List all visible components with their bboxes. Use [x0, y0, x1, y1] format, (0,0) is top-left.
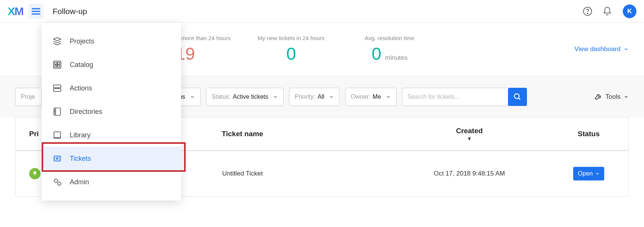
priority-badge — [29, 168, 41, 179]
stat-label: Avg. resolution time — [365, 35, 414, 41]
filter-value: All — [317, 93, 324, 100]
tools-label: Tools — [605, 93, 621, 101]
catalog-icon — [52, 60, 62, 70]
menu-label: Admin — [70, 178, 89, 186]
svg-rect-8 — [55, 62, 57, 64]
status-label: Open — [578, 170, 592, 177]
svg-point-16 — [55, 110, 55, 110]
stat-value: 0 — [286, 44, 296, 64]
column-status[interactable]: Status — [549, 130, 628, 138]
bell-icon — [602, 6, 612, 16]
directories-icon — [52, 107, 62, 117]
chevron-down-icon — [595, 171, 600, 176]
svg-rect-9 — [58, 62, 59, 64]
svg-point-4 — [587, 13, 588, 14]
menu-label: Catalog — [70, 61, 93, 69]
owner-filter[interactable]: Owner: Me — [345, 88, 397, 106]
column-created[interactable]: Created ▼ — [390, 127, 549, 141]
hamburger-icon — [31, 8, 41, 15]
avatar[interactable]: K — [623, 5, 636, 18]
view-dashboard-label: View dashboard — [574, 45, 621, 53]
svg-point-17 — [55, 111, 55, 112]
status-filter[interactable]: Status: Active tickets — [206, 88, 284, 106]
sort-desc-icon: ▼ — [467, 136, 472, 141]
search-button[interactable] — [508, 88, 527, 106]
search-wrap — [402, 88, 527, 106]
menu-item-directories[interactable]: Directories — [42, 100, 181, 123]
chevron-down-icon — [624, 47, 629, 52]
svg-rect-10 — [55, 65, 57, 67]
filter-label: Owner: — [351, 93, 370, 100]
svg-rect-12 — [53, 85, 61, 88]
menu-label: Tickets — [70, 155, 91, 163]
tools-button[interactable]: Tools — [594, 93, 629, 101]
column-created-label: Created — [456, 127, 483, 135]
logo[interactable]: XM — [8, 5, 23, 18]
menu-item-projects[interactable]: Projects — [42, 30, 181, 53]
filter-value: Active tickets — [233, 93, 268, 100]
notifications-button[interactable] — [600, 4, 614, 19]
svg-rect-11 — [58, 65, 59, 67]
hamburger-menu-button[interactable] — [28, 4, 44, 19]
menu-item-actions[interactable]: Actions — [42, 76, 181, 100]
filter-label: Proje — [21, 93, 35, 100]
svg-rect-13 — [53, 89, 61, 92]
status-button[interactable]: Open — [573, 167, 604, 180]
admin-icon — [52, 177, 62, 187]
library-icon — [52, 130, 62, 140]
stat-label: My new tickets in 24 hours — [258, 35, 325, 41]
projects-icon — [52, 36, 62, 46]
chevron-down-icon — [273, 94, 278, 100]
wrench-icon — [594, 93, 602, 101]
svg-point-18 — [55, 113, 55, 114]
filter-label: Priority: — [295, 93, 315, 100]
chevron-down-icon — [329, 94, 334, 100]
svg-point-22 — [54, 179, 58, 182]
ticket-created: Oct 17, 2018 9:48:15 AM — [390, 170, 549, 177]
bell-icon — [32, 171, 38, 177]
topbar: XM Follow-up K — [0, 0, 644, 23]
filter-value: Me — [373, 93, 381, 100]
priority-filter[interactable]: Priority: All — [289, 88, 340, 106]
filter-label: Status: — [212, 93, 231, 100]
stat-new-24h: My new tickets in 24 hours 0 — [253, 35, 329, 64]
project-filter[interactable]: Proje — [15, 88, 42, 106]
menu-label: Library — [70, 131, 91, 139]
svg-point-23 — [58, 182, 61, 185]
stat-value: 0 — [372, 44, 381, 64]
menu-item-admin[interactable]: Admin — [42, 170, 181, 194]
menu-item-library[interactable]: Library — [42, 123, 181, 147]
search-input[interactable] — [402, 88, 508, 106]
search-icon — [513, 93, 522, 101]
menu-item-catalog[interactable]: Catalog — [42, 53, 181, 76]
actions-icon — [52, 83, 62, 93]
menu-label: Directories — [70, 108, 102, 116]
stat-unit: minutes — [385, 54, 408, 62]
help-icon — [583, 6, 592, 16]
chevron-down-icon — [386, 94, 391, 100]
stat-avg-resolution: Avg. resolution time 0 minutes — [352, 35, 427, 64]
svg-point-21 — [56, 158, 58, 159]
svg-point-5 — [514, 93, 519, 98]
menu-item-tickets[interactable]: Tickets — [42, 147, 181, 170]
view-dashboard-link[interactable]: View dashboard — [574, 45, 629, 53]
nav-menu: Projects Catalog Actions Directories Lib… — [42, 23, 181, 201]
chevron-down-icon — [190, 94, 195, 100]
help-button[interactable] — [580, 4, 595, 19]
chevron-down-icon — [624, 94, 629, 100]
svg-line-6 — [519, 98, 521, 100]
menu-label: Projects — [70, 37, 94, 45]
menu-label: Actions — [70, 84, 92, 92]
page-title: Follow-up — [53, 7, 87, 16]
tickets-icon — [52, 154, 62, 163]
